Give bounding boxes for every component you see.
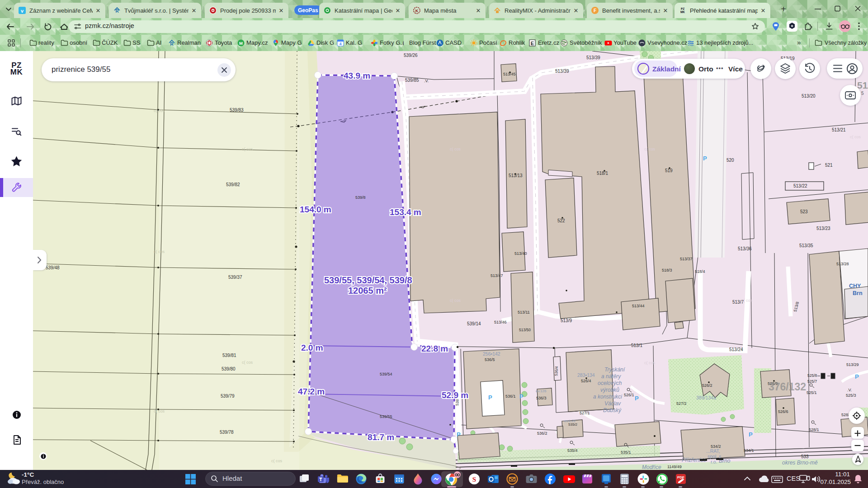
svg-text:513/9: 513/9 (561, 318, 572, 323)
svg-text:518/3: 518/3 (662, 268, 672, 272)
svg-text:c( cos: c( cos (154, 108, 165, 113)
svg-text:okres Brno-mě: okres Brno-mě (782, 460, 818, 466)
svg-text:526/4: 526/4 (581, 379, 591, 383)
svg-text:536/4: 536/4 (554, 366, 559, 376)
svg-text:E: E (531, 41, 534, 46)
svg-text:526/2: 526/2 (702, 383, 712, 388)
svg-text:PZ: PZ (681, 7, 684, 10)
svg-text:513/29: 513/29 (846, 362, 859, 367)
svg-text:c( cos: c( cos (242, 360, 253, 365)
svg-text:389/134a: 389/134a (696, 395, 716, 400)
svg-text:513/19: 513/19 (781, 56, 795, 61)
svg-text:513/28: 513/28 (836, 262, 849, 266)
svg-text:521: 521 (825, 163, 833, 168)
svg-text:2.0 m: 2.0 m (301, 343, 323, 352)
svg-text:283•134: 283•134 (577, 372, 595, 378)
svg-text:P: P (519, 393, 524, 400)
svg-text:F: F (594, 8, 596, 13)
svg-text:526/6: 526/6 (778, 409, 788, 414)
svg-text:ev.126: ev.126 (536, 389, 547, 393)
svg-text:513/24: 513/24 (729, 347, 743, 352)
svg-text:536/5: 536/5 (485, 357, 495, 362)
svg-text:i: i (402, 40, 404, 47)
svg-text:R: R (115, 9, 119, 14)
svg-text:513/47: 513/47 (491, 273, 503, 278)
svg-text:513/22: 513/22 (793, 183, 807, 188)
svg-text:P: P (488, 394, 492, 401)
svg-text:513/23: 513/23 (816, 226, 830, 231)
svg-text:513/20: 513/20 (802, 94, 816, 99)
svg-text:528/6: 528/6 (841, 413, 852, 417)
svg-text:513/36: 513/36 (738, 246, 752, 251)
svg-text:376/132: 376/132 (769, 381, 806, 393)
svg-text:539/79: 539/79 (221, 394, 235, 399)
svg-text:...RAT,: ...RAT, (706, 448, 720, 454)
svg-text:518/4: 518/4 (695, 269, 705, 274)
svg-text:513/50: 513/50 (519, 328, 531, 332)
svg-text:Dubský: Dubský (603, 407, 622, 413)
svg-text:Brn: Brn (853, 290, 863, 296)
svg-text:c( cos: c( cos (271, 459, 283, 463)
svg-text:47.2 m: 47.2 m (298, 387, 325, 396)
svg-text:P: P (635, 395, 639, 402)
svg-text:MK: MK (680, 10, 685, 14)
svg-text:539/55: 539/55 (380, 414, 392, 419)
svg-text:538: 538 (455, 399, 460, 406)
svg-text:256•142: 256•142 (483, 351, 500, 357)
svg-text:539/48: 539/48 (46, 265, 60, 270)
svg-text:51/:: 51/: (857, 80, 868, 90)
svg-text:539/85: 539/85 (405, 78, 419, 83)
svg-text:539/80: 539/80 (222, 366, 236, 371)
svg-text:M: M (239, 41, 243, 46)
svg-text:520: 520 (726, 158, 734, 163)
svg-text:513/44: 513/44 (632, 304, 645, 308)
svg-text:P: P (855, 373, 859, 380)
svg-text:c( cos: c( cos (154, 249, 165, 254)
svg-text:.V.: .V. (424, 79, 429, 83)
svg-text:výrobků: výrobků (600, 387, 619, 393)
svg-text:536/3: 536/3 (536, 396, 547, 400)
svg-text:513/39: 513/39 (586, 55, 600, 60)
svg-text:539/83: 539/83 (230, 108, 244, 113)
svg-text:Václav: Václav (604, 400, 621, 407)
svg-text:c( cos: c( cos (450, 147, 461, 151)
svg-text:523: 523 (800, 209, 808, 214)
svg-text:c( cos: c( cos (644, 361, 656, 365)
svg-text:539/55, 539/54, 539/8: 539/55, 539/54, 539/8 (324, 275, 412, 285)
svg-text:22.8 m: 22.8 m (421, 344, 448, 353)
svg-text:P: P (457, 431, 461, 438)
svg-text:525/7: 525/7 (807, 379, 817, 384)
svg-text:535/4: 535/4 (567, 448, 578, 453)
svg-text:539/78: 539/78 (220, 430, 234, 435)
svg-text:c( cos: c( cos (741, 298, 753, 303)
svg-text:536/2: 536/2 (537, 431, 547, 436)
svg-text:81.7 m: 81.7 m (368, 432, 394, 442)
svg-text:4: 4 (340, 42, 342, 46)
svg-text:539/54: 539/54 (380, 372, 392, 376)
svg-text:525/3: 525/3 (846, 393, 856, 398)
svg-text:518/1: 518/1 (597, 171, 608, 176)
svg-text:c( cos: c( cos (644, 147, 656, 151)
svg-text:P: P (749, 431, 753, 438)
svg-text:513/40: 513/40 (514, 251, 527, 256)
svg-text:153.4 m: 153.4 m (390, 207, 421, 217)
svg-text:ev.č.22: ev.č.22 (564, 419, 576, 423)
svg-text:536/1: 536/1 (505, 394, 516, 399)
svg-text:v: v (21, 8, 24, 14)
svg-text:539/14: 539/14 (467, 321, 481, 326)
svg-text:519: 519 (665, 168, 673, 173)
svg-text:c( cos: c( cos (850, 135, 861, 139)
svg-text:P: P (703, 155, 707, 162)
svg-text:535/1: 535/1 (621, 450, 631, 455)
svg-text:539/37: 539/37 (228, 275, 242, 280)
svg-text:K: K (415, 9, 419, 13)
svg-text:513/37: 513/37 (680, 257, 693, 261)
svg-text:539/82: 539/82 (226, 182, 240, 187)
svg-text:528/1: 528/1 (809, 427, 819, 432)
svg-text:522: 522 (557, 218, 565, 223)
svg-text:Modřice: Modřice (642, 464, 661, 470)
svg-text:c( cos: c( cos (154, 409, 165, 413)
svg-text:513/11: 513/11 (518, 310, 530, 314)
svg-text:526/1: 526/1 (624, 393, 634, 397)
svg-text:525/8: 525/8 (807, 373, 817, 378)
